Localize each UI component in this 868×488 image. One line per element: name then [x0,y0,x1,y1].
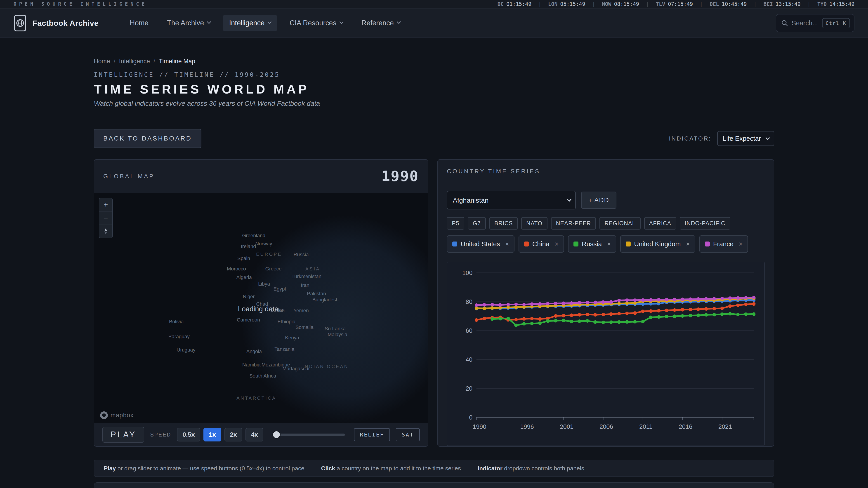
series-russia-point [491,317,494,321]
country-chip-label: Russia [582,240,602,248]
speed-1x-button[interactable]: 1x [204,428,221,442]
preset-africa-button[interactable]: AFRICA [644,217,676,230]
series-russia-point [586,319,589,323]
remove-country-icon[interactable]: × [607,240,611,248]
y-tick-label: 100 [462,269,472,276]
map-label-paraguay: Paraguay [168,334,190,339]
x-tick-label: 2006 [599,423,613,430]
clock-separator: | [754,1,757,7]
brand-title: Factbook Archive [33,19,98,28]
global-map-panel: GLOBAL MAP 1990 GreenlandNorwayIrelandSp… [94,159,428,447]
remove-country-icon[interactable]: × [555,240,559,248]
series-france-point [712,297,716,301]
nav-item-reference[interactable]: Reference [355,15,407,31]
zoom-out-button[interactable]: − [99,212,112,225]
preset-g7-button[interactable]: G7 [468,217,486,230]
speed-0-5x-button[interactable]: 0.5x [177,428,200,442]
map-label-greece: Greece [266,266,282,272]
map-panel-title: GLOBAL MAP [103,173,155,180]
meta-bar: OPEN SOURCE INTELLIGENCE DC01:15:49|LON0… [0,0,868,8]
preset-regional-button[interactable]: REGIONAL [599,217,640,230]
country-chip-united-states: United States× [447,235,515,253]
remove-country-icon[interactable]: × [739,240,743,248]
series-france-point [641,298,645,302]
series-china-point [665,308,669,312]
series-russia-point [601,321,605,324]
series-china-point [538,317,541,321]
map-label-libya: Libya [258,281,270,287]
series-france-point [594,301,597,304]
add-country-button[interactable]: + ADD [581,192,616,209]
series-france-point [570,301,574,305]
preset-indo-pacific-button[interactable]: INDO-PACIFIC [680,217,730,230]
series-china-point [633,311,637,315]
series-china-point [617,312,621,316]
map-label-indian-ocean: INDIAN OCEAN [303,364,348,369]
series-china-point [570,314,574,317]
series-russia-point [712,313,716,317]
series-france-point [625,298,629,302]
back-to-dashboard-button[interactable]: BACK TO DASHBOARD [94,129,202,148]
preset-p5-button[interactable]: P5 [447,217,464,230]
clock-lon: LON05:15:49 [548,1,585,7]
map-label-niger: Niger [243,294,255,300]
series-panel-body: Afghanistan + ADD P5G7BRICSNATONEAR-PEER… [438,183,774,447]
country-chip-china: China× [519,235,564,253]
map-label-egypt: Egypt [274,286,286,292]
series-color-swatch [705,241,710,247]
series-panel-title: COUNTRY TIME SERIES [447,168,540,175]
compass-button[interactable] [99,225,112,238]
remove-country-icon[interactable]: × [505,240,509,248]
relief-toggle-button[interactable]: RELIEF [354,428,390,441]
nav-item-home[interactable]: Home [123,15,155,31]
slider-track[interactable] [272,433,345,436]
series-russia-point [705,313,708,317]
world-map[interactable]: GreenlandNorwayIrelandSpainEUROPERussiaM… [94,193,428,423]
map-label-norway: Norway [255,241,272,247]
map-label-europe: EUROPE [256,252,282,257]
nav-item-the-archive[interactable]: The Archive [161,15,217,31]
speed-2x-button[interactable]: 2x [224,428,242,442]
clock-city-code: BEI [763,1,773,7]
satellite-toggle-button[interactable]: SAT [396,428,420,441]
series-france-point [736,296,740,300]
series-china-point [712,307,716,311]
y-tick-label: 20 [466,385,472,392]
play-button[interactable]: PLAY [102,427,144,443]
map-label-somalia: Somalia [296,324,313,330]
breadcrumb-intelligence[interactable]: Intelligence [119,58,150,65]
clock-separator: | [538,1,541,7]
map-label-ireland: Ireland [241,243,256,250]
preset-nato-button[interactable]: NATO [521,217,547,230]
remove-country-icon[interactable]: × [686,240,690,248]
indicator-select[interactable]: Life Expectancy [717,131,774,146]
timeline-slider[interactable] [272,431,345,439]
nav-item-label: Intelligence [229,19,265,27]
series-france-point [610,300,613,304]
series-france-point [562,301,565,305]
country-chip-russia: Russia× [568,235,616,253]
main-nav: Factbook Archive HomeThe ArchiveIntellig… [0,8,868,38]
preset-brics-button[interactable]: BRICS [489,217,518,230]
mapbox-logo-icon [100,412,108,419]
y-tick-label: 40 [466,356,472,363]
series-united-kingdom-point [491,306,494,310]
series-france-point [720,297,724,300]
preset-near-peer-button[interactable]: NEAR-PEER [551,217,596,230]
country-select[interactable]: Afghanistan [447,191,576,209]
nav-item-intelligence[interactable]: Intelligence [223,15,277,31]
nav-item-cia-resources[interactable]: CIA Resources [283,15,349,31]
series-russia-point [625,320,629,324]
search-box[interactable]: Search... Ctrl K [776,14,855,32]
zoom-in-button[interactable]: + [99,198,112,211]
map-label-ethiopia: Ethiopia [277,319,296,325]
clock-city-code: TYO [817,1,827,7]
map-label-iran: Iran [301,283,309,288]
slider-thumb[interactable] [272,431,281,439]
clock-separator: | [646,1,649,7]
breadcrumb-home[interactable]: Home [94,58,110,65]
speed-4x-button[interactable]: 4x [246,428,264,442]
series-france-point [522,303,526,306]
mapbox-wordmark: mapbox [111,412,133,419]
clock-time: 07:15:49 [668,1,693,7]
